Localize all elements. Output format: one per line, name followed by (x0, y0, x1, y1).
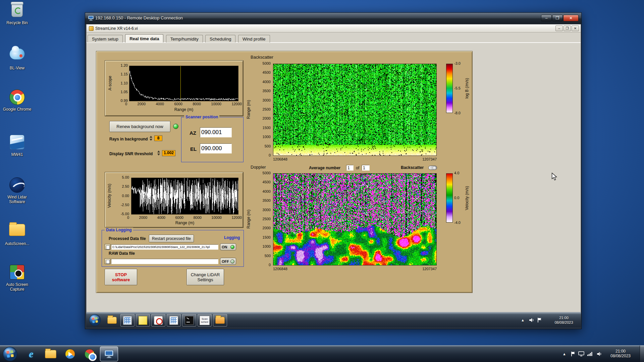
tick-label: 3000 (263, 99, 271, 102)
processed-logging-toggle[interactable]: ON (220, 243, 236, 250)
remote-clock[interactable]: 21:00 08/08/2023 (550, 315, 578, 325)
tick-label: -5.5 (454, 86, 461, 90)
desktop-icon-recycle-bin[interactable]: Recycle Bin (1, 2, 34, 25)
remote-taskbar-item-power[interactable] (151, 314, 165, 326)
az-value-field[interactable]: 090.001 (200, 127, 232, 137)
doppler-canvas (273, 174, 436, 265)
tick-label: 5.00 (122, 176, 129, 179)
remote-flag-icon[interactable] (537, 317, 542, 323)
chrome-taskbar-icon (85, 349, 95, 359)
tick-label: 2500 (263, 108, 271, 111)
app-titlebar[interactable]: StreamLine XR v14-6.vi – ❐ ✕ (87, 24, 581, 33)
desktop-icon-bl-view[interactable]: BL-View (1, 46, 34, 70)
remote-taskbar-item-grid[interactable] (167, 314, 181, 326)
tick-label: 4000 (263, 190, 271, 193)
remote-session: StreamLine XR v14-6.vi – ❐ ✕ System setu… (86, 24, 581, 327)
average-number-field[interactable]: 1 (346, 165, 354, 171)
desktop-icon-auto-screen-capture[interactable]: Auto Screen Capture (1, 264, 34, 292)
data-logging-title: Data Logging (105, 228, 133, 232)
tick-label: 6000 (174, 102, 182, 106)
remote-taskbar-item-app1[interactable] (120, 314, 135, 326)
tab-wind-profile[interactable]: Wind profile (238, 35, 270, 43)
taskbar-item-chrome[interactable] (80, 347, 99, 361)
doppler-colorbar-ticks: 4.00.0-4.0 (454, 171, 461, 225)
tick-label: 2.50 (122, 185, 129, 188)
remote-taskbar-item-scan-sched[interactable]: Scan sched (198, 314, 212, 326)
tab-temp-humidity[interactable]: Temp/humidity (166, 35, 203, 43)
remote-taskbar-item-folder[interactable] (213, 314, 227, 326)
backscatter-y-ticks: 5000450040003500300025002000150010005000 (252, 62, 271, 157)
rdp-close-button[interactable]: ✕ (563, 15, 579, 21)
tick-label: 4.0 (454, 171, 461, 175)
rays-value-field[interactable]: 8 (154, 135, 162, 141)
rdp-minimize-button[interactable]: – (541, 15, 552, 21)
app-close-button[interactable]: ✕ (572, 25, 579, 31)
doppler-x-start: 1206848 (273, 267, 287, 271)
average-of-field[interactable]: 1 (362, 165, 370, 171)
remote-taskbar-item-notes[interactable] (136, 314, 150, 326)
scanner-position-title: Scanner position (184, 115, 219, 119)
tick-label: 12000 (231, 216, 242, 220)
restart-processed-file-button[interactable]: Restart processed file (149, 235, 194, 242)
backscatter-canvas (273, 64, 436, 156)
ascope-chart-box: A-scope 1.201.151.101.050.99 02000400060… (105, 61, 243, 116)
backscatter-toggle-switch[interactable] (428, 166, 437, 170)
stop-software-button[interactable]: STOP software (105, 269, 137, 285)
snr-spinner[interactable] (157, 150, 161, 156)
app-minimize-button[interactable]: – (555, 25, 563, 31)
raw-logging-toggle[interactable]: OFF (220, 258, 236, 265)
backscatter-colorbar-ticks: -3.0-5.5-8.0 (454, 62, 461, 115)
tray-flag-icon[interactable] (571, 351, 576, 357)
show-desktop-button[interactable] (640, 346, 644, 362)
sticky-note-icon (139, 316, 147, 325)
tick-label: 10000 (211, 216, 222, 220)
app-maximize-button[interactable]: ❐ (564, 25, 571, 31)
tab-real-time-data[interactable]: Real time data (125, 34, 163, 43)
rdp-window: 192.168.0.150 - Remote Desktop Connectio… (85, 12, 582, 329)
raw-file-path-field[interactable] (111, 259, 218, 264)
tick-label: 1.05 (121, 90, 128, 94)
remote-volume-icon[interactable] (529, 317, 534, 323)
tray-network-icon[interactable] (587, 352, 593, 356)
tick-label: 5000 (263, 62, 271, 65)
start-button[interactable] (3, 347, 17, 361)
taskbar-item-remote-desktop[interactable] (100, 347, 118, 361)
desktop-icon-label: Auto Screen Capture (1, 282, 34, 292)
spreadsheet-icon (169, 316, 178, 325)
processed-file-path-field[interactable]: C:\Lidar\Data\Proc\2023\202308\20230808\… (111, 244, 218, 250)
desktop-icon-autoscreen[interactable]: AutoScreen... (1, 221, 34, 246)
desktop-icon-google-chrome[interactable]: Google Chrome (1, 89, 34, 112)
rays-spinner[interactable] (149, 135, 153, 141)
remote-taskbar-item-cmd[interactable] (182, 314, 196, 326)
el-value-field[interactable]: 090.000 (200, 143, 232, 154)
remote-taskbar-item-explorer[interactable] (105, 314, 119, 326)
taskbar-item-media-player[interactable] (61, 347, 79, 361)
renew-background-button[interactable]: Renew background now (109, 121, 170, 132)
scanner-position-group: Scanner position AZ 090.001 EL 090.000 (181, 117, 244, 162)
rdp-titlebar[interactable]: 192.168.0.150 - Remote Desktop Connectio… (85, 13, 581, 24)
change-lidar-settings-button[interactable]: Change LiDAR Settings (186, 269, 224, 285)
tab-scheduling[interactable]: Scheduling (205, 35, 235, 43)
tray-monitor-icon[interactable] (578, 351, 584, 357)
tray-volume-icon[interactable] (596, 351, 602, 357)
taskbar-item-explorer[interactable] (42, 347, 60, 361)
desktop-icon-mw41[interactable]: MW41 (1, 134, 34, 157)
remote-start-button[interactable] (89, 314, 101, 326)
tab-system-setup[interactable]: System setup (88, 35, 123, 43)
taskbar-item-internet-explorer[interactable]: e (22, 347, 40, 361)
rdp-maximize-button[interactable]: ❐ (552, 15, 563, 21)
raw-file-browse-icon[interactable] (105, 258, 110, 264)
tick-label: -2.50 (121, 203, 129, 207)
backscatter-x-labels: 1206848 1207347 (273, 158, 437, 161)
tick-label: -8.0 (454, 111, 461, 115)
doppler-title: Doppler (251, 165, 266, 170)
remote-tray-up-arrow-icon[interactable]: ▲ (521, 318, 525, 322)
snr-value-field[interactable]: 1.002 (162, 150, 175, 156)
host-clock[interactable]: 21:00 08/08/2023 (605, 349, 636, 358)
backscatter-plot (273, 64, 437, 156)
desktop-icon-wind-lidar[interactable]: Wind Lidar Software (1, 177, 34, 204)
processed-file-browse-icon[interactable] (105, 244, 110, 250)
tray-up-arrow-icon[interactable]: ▲ (562, 352, 566, 356)
internet-explorer-icon: e (29, 348, 33, 360)
tick-label: 2000 (139, 216, 147, 220)
